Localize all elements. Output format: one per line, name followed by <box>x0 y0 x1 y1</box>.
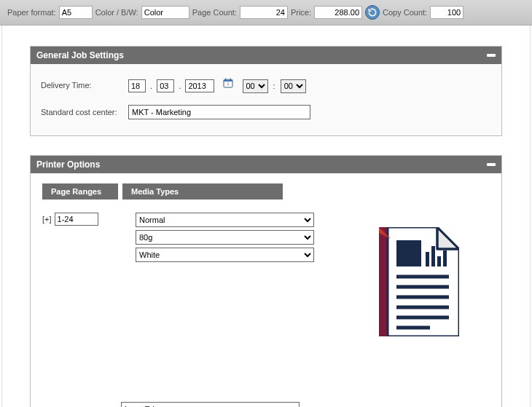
delivery-day-input[interactable] <box>128 79 146 92</box>
delivery-date-group: . . 1 00 : 00 <box>128 77 306 93</box>
price-label: Price: <box>291 8 311 17</box>
cost-center-label: Standard cost center: <box>41 108 128 116</box>
color-bw-label: Color / B/W: <box>95 8 138 17</box>
add-range-icon[interactable]: [+] <box>42 215 52 224</box>
general-panel-header: General Job Settings <box>31 47 501 64</box>
copy-count-input[interactable] <box>430 6 463 19</box>
price-input[interactable] <box>314 6 362 19</box>
page-count-label: Page Count: <box>192 8 237 17</box>
media-color-select[interactable]: White <box>136 248 314 262</box>
refresh-icon[interactable] <box>365 5 380 20</box>
page-count-input[interactable] <box>240 6 288 19</box>
tab-media-types[interactable]: Media Types <box>122 183 283 199</box>
media-weight-select[interactable]: 80g <box>136 230 314 245</box>
date-separator: . <box>150 82 152 90</box>
cost-center-input[interactable] <box>128 105 310 119</box>
collapse-icon[interactable] <box>487 163 496 166</box>
svg-rect-1 <box>224 79 232 82</box>
delivery-year-input[interactable] <box>185 79 214 92</box>
svg-text:1: 1 <box>227 82 230 86</box>
delivery-month-input[interactable] <box>157 79 174 92</box>
calendar-icon[interactable]: 1 <box>222 77 234 89</box>
tab-page-ranges[interactable]: Page Ranges <box>42 183 118 199</box>
page-container: General Job Settings Delivery Time: . . … <box>1 25 531 407</box>
svg-rect-14 <box>431 246 435 266</box>
duplex-select[interactable]: Long Edge <box>121 402 300 408</box>
svg-rect-15 <box>437 256 441 266</box>
color-bw-input[interactable] <box>141 6 189 19</box>
time-separator: : <box>273 82 275 90</box>
paper-format-input[interactable] <box>59 6 93 19</box>
top-settings-bar: Paper format: Color / B/W: Page Count: P… <box>0 0 532 25</box>
general-job-settings-panel: General Job Settings Delivery Time: . . … <box>30 46 502 136</box>
svg-rect-12 <box>396 240 421 266</box>
general-panel-title: General Job Settings <box>36 50 124 60</box>
delivery-minute-select[interactable]: 00 <box>281 79 306 93</box>
paper-format-label: Paper format: <box>7 8 56 17</box>
printer-panel-title: Printer Options <box>36 159 100 170</box>
collapse-icon[interactable] <box>487 54 496 57</box>
delivery-time-label: Delivery Time: <box>41 81 128 90</box>
media-type-select[interactable]: Normal <box>136 213 314 227</box>
delivery-hour-select[interactable]: 00 <box>243 79 268 93</box>
svg-rect-5 <box>379 227 388 336</box>
printer-panel-header: Printer Options <box>31 156 501 173</box>
date-separator: . <box>179 82 181 90</box>
svg-rect-13 <box>426 252 429 266</box>
page-range-input[interactable] <box>55 213 98 226</box>
svg-rect-16 <box>443 250 447 266</box>
printer-options-panel: Printer Options Page Ranges Media Types … <box>30 155 502 408</box>
document-preview-icon <box>379 227 459 336</box>
copy-count-label: Copy Count: <box>383 8 427 17</box>
